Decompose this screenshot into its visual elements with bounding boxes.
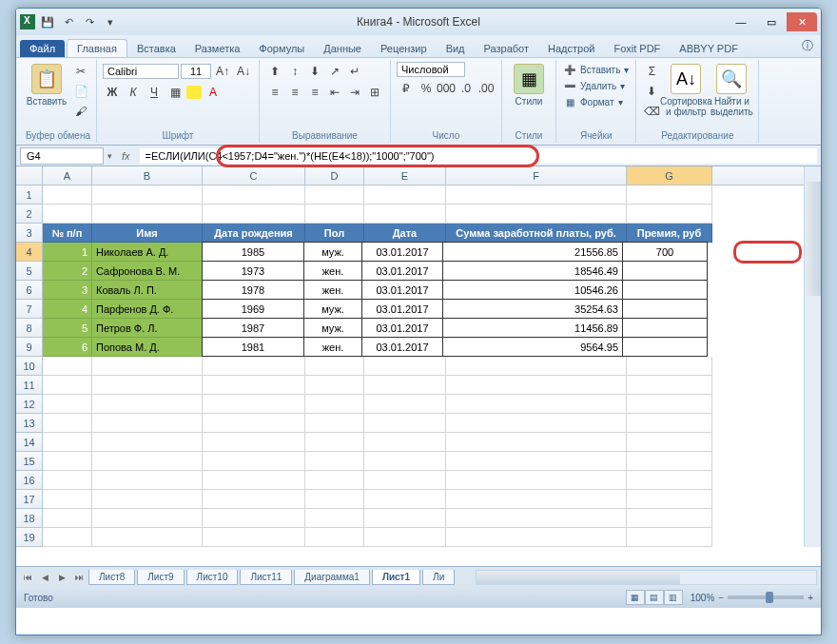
row-header[interactable]: 9: [16, 338, 43, 357]
cell[interactable]: [446, 376, 627, 395]
close-button[interactable]: ✕: [787, 12, 817, 31]
decrease-decimal-icon[interactable]: .00: [477, 79, 496, 98]
row-header[interactable]: 17: [16, 490, 43, 509]
format-cells-button[interactable]: ▦Формат ▾: [562, 94, 630, 109]
cell[interactable]: [446, 185, 627, 205]
select-all-corner[interactable]: [16, 166, 43, 185]
col-header-e[interactable]: E: [364, 166, 446, 185]
cell[interactable]: [446, 433, 627, 452]
cell[interactable]: [446, 490, 627, 509]
table-header[interactable]: Дата рождения: [203, 224, 305, 243]
cell[interactable]: 1985: [202, 242, 304, 262]
italic-button[interactable]: К: [124, 83, 143, 102]
cell[interactable]: [203, 452, 305, 471]
align-middle-icon[interactable]: ↕: [285, 62, 304, 81]
cell[interactable]: 1978: [202, 280, 304, 300]
tab-file[interactable]: Файл: [20, 40, 65, 57]
cell[interactable]: 03.01.2017: [361, 337, 443, 357]
cell[interactable]: [92, 452, 203, 471]
cell[interactable]: [627, 433, 712, 452]
cell[interactable]: 18546.49: [442, 261, 623, 281]
cell[interactable]: [92, 376, 203, 395]
row-header[interactable]: 10: [16, 357, 43, 376]
cell[interactable]: 03.01.2017: [361, 318, 443, 338]
minimize-button[interactable]: —: [726, 12, 756, 31]
cell[interactable]: [92, 528, 203, 547]
spreadsheet-grid[interactable]: 1 2 3 № п/п Имя Дата рождения Пол Дата С…: [16, 185, 821, 566]
paste-button[interactable]: 📋 Вставить: [26, 62, 68, 108]
cell[interactable]: [203, 471, 305, 490]
cell[interactable]: [305, 528, 364, 547]
tab-home[interactable]: Главная: [67, 39, 127, 57]
find-select-button[interactable]: 🔍 Найти и выделить: [710, 62, 752, 119]
cell[interactable]: [364, 185, 446, 205]
cell[interactable]: [627, 414, 712, 433]
wrap-text-icon[interactable]: ↵: [345, 62, 364, 81]
cell[interactable]: [305, 490, 364, 509]
cell[interactable]: 21556.85: [442, 242, 623, 262]
sheet-nav-prev-icon[interactable]: ◀: [37, 570, 52, 585]
formula-input[interactable]: [140, 148, 817, 164]
cell[interactable]: муж.: [303, 242, 362, 262]
cell[interactable]: [43, 357, 92, 376]
row-header[interactable]: 1: [16, 185, 43, 205]
cell[interactable]: Петров Ф. Л.: [92, 319, 203, 338]
comma-icon[interactable]: 000: [437, 79, 456, 98]
cell[interactable]: [92, 433, 203, 452]
cell[interactable]: [203, 414, 305, 433]
sheet-nav-last-icon[interactable]: ⏭: [71, 570, 87, 585]
cell[interactable]: [305, 433, 364, 452]
name-box-dropdown-icon[interactable]: ▾: [107, 151, 112, 161]
insert-cells-button[interactable]: ➕Вставить ▾: [562, 62, 630, 77]
cell[interactable]: 1987: [202, 318, 304, 338]
underline-button[interactable]: Ч: [145, 83, 164, 102]
horizontal-scrollbar[interactable]: [476, 570, 817, 585]
view-pagebreak-icon[interactable]: ▥: [664, 590, 683, 605]
sheet-nav-next-icon[interactable]: ▶: [54, 570, 69, 585]
copy-icon[interactable]: 📄: [71, 82, 90, 101]
cell[interactable]: жен.: [303, 337, 362, 357]
col-header-c[interactable]: C: [203, 166, 305, 185]
tab-foxit[interactable]: Foxit PDF: [604, 40, 670, 57]
table-header[interactable]: Пол: [305, 224, 364, 243]
cell[interactable]: [364, 528, 446, 547]
decrease-indent-icon[interactable]: ⇤: [325, 83, 344, 102]
cell[interactable]: [305, 414, 364, 433]
merge-icon[interactable]: ⊞: [365, 83, 384, 102]
format-painter-icon[interactable]: 🖌: [71, 102, 90, 121]
cell[interactable]: [92, 509, 203, 528]
row-header[interactable]: 15: [16, 452, 43, 471]
align-left-icon[interactable]: ≡: [265, 83, 284, 102]
cell[interactable]: [364, 452, 446, 471]
zoom-slider[interactable]: [728, 595, 804, 599]
delete-cells-button[interactable]: ➖Удалить ▾: [562, 78, 630, 93]
cell[interactable]: [364, 490, 446, 509]
font-family-select[interactable]: [103, 64, 179, 79]
cell[interactable]: [627, 205, 712, 224]
cell[interactable]: [446, 452, 627, 471]
cell[interactable]: [622, 337, 708, 357]
align-center-icon[interactable]: ≡: [285, 83, 304, 102]
fill-icon[interactable]: ⬇: [642, 82, 661, 101]
cell[interactable]: [364, 414, 446, 433]
cell[interactable]: Попова М. Д.: [92, 338, 203, 357]
col-header-g[interactable]: G: [627, 166, 712, 185]
row-header[interactable]: 4: [16, 243, 43, 262]
cell[interactable]: [43, 490, 92, 509]
zoom-in-button[interactable]: +: [808, 593, 813, 603]
cell[interactable]: [92, 490, 203, 509]
cell[interactable]: [305, 205, 364, 224]
view-layout-icon[interactable]: ▤: [645, 590, 664, 605]
col-header-b[interactable]: B: [92, 166, 203, 185]
tab-layout[interactable]: Разметка: [185, 40, 250, 57]
cell[interactable]: 1: [43, 243, 92, 262]
cell[interactable]: Парфенов Д. Ф.: [92, 300, 203, 319]
row-header[interactable]: 19: [16, 528, 43, 547]
cell[interactable]: [203, 185, 305, 205]
border-icon[interactable]: ▦: [165, 83, 185, 102]
row-header[interactable]: 13: [16, 414, 43, 433]
cell[interactable]: [627, 528, 712, 547]
cell[interactable]: [364, 433, 446, 452]
name-box[interactable]: [20, 147, 104, 165]
cell[interactable]: [92, 205, 203, 224]
